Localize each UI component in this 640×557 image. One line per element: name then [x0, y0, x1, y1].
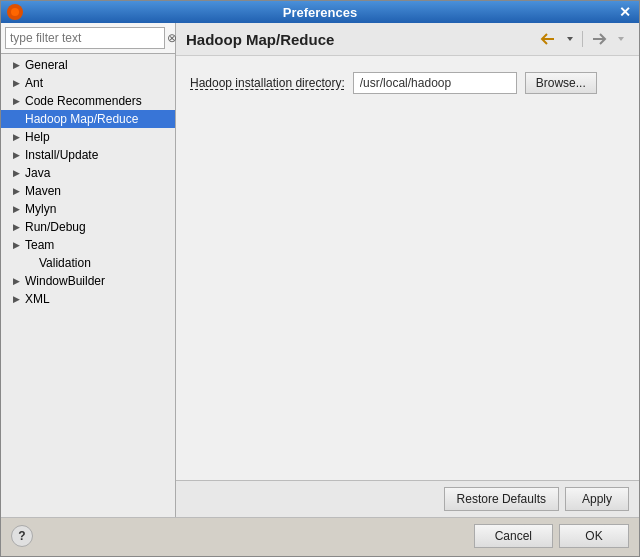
hadoop-dir-input[interactable] — [353, 72, 517, 94]
back-button[interactable] — [536, 29, 560, 49]
expand-arrow-icon: ▶ — [9, 274, 23, 288]
sidebar-item-validation[interactable]: Validation — [1, 254, 175, 272]
left-panel: ⊗ ▶ General ▶ Ant ▶ Code Recommenders Ha… — [1, 23, 176, 517]
sidebar-item-label: Install/Update — [25, 148, 98, 162]
filter-bar: ⊗ — [1, 23, 175, 54]
expand-arrow-icon: ▶ — [9, 76, 23, 90]
sidebar-item-install-update[interactable]: ▶ Install/Update — [1, 146, 175, 164]
forward-button[interactable] — [587, 29, 611, 49]
sidebar-item-label: Mylyn — [25, 202, 56, 216]
preferences-window: Preferences ✕ ⊗ ▶ General ▶ Ant ▶ — [0, 0, 640, 557]
page-title: Hadoop Map/Reduce — [186, 31, 334, 48]
title-bar: Preferences ✕ — [1, 1, 639, 23]
sidebar-item-hadoop-map-reduce[interactable]: Hadoop Map/Reduce — [1, 110, 175, 128]
cancel-button[interactable]: Cancel — [474, 524, 553, 548]
expand-arrow-icon: ▶ — [9, 184, 23, 198]
sidebar-item-label: Validation — [39, 256, 91, 270]
sidebar-item-label: Help — [25, 130, 50, 144]
expand-arrow-icon: ▶ — [9, 58, 23, 72]
sidebar-item-window-builder[interactable]: ▶ WindowBuilder — [1, 272, 175, 290]
sidebar-item-label: Team — [25, 238, 54, 252]
sidebar-item-label: Java — [25, 166, 50, 180]
hadoop-dir-label: Hadoop installation directory: — [190, 76, 345, 90]
expand-arrow-icon: ▶ — [9, 94, 23, 108]
form-row: Hadoop installation directory: Browse... — [190, 72, 625, 94]
tree-list: ▶ General ▶ Ant ▶ Code Recommenders Hado… — [1, 54, 175, 517]
sidebar-item-label: Code Recommenders — [25, 94, 142, 108]
restore-defaults-button[interactable]: Restore Defaults — [444, 487, 559, 511]
expand-arrow-icon: ▶ — [9, 202, 23, 216]
sidebar-item-code-recommenders[interactable]: ▶ Code Recommenders — [1, 92, 175, 110]
expand-arrow-icon: ▶ — [9, 166, 23, 180]
expand-arrow-icon: ▶ — [9, 130, 23, 144]
browse-button[interactable]: Browse... — [525, 72, 597, 94]
sidebar-item-label: General — [25, 58, 68, 72]
sidebar-item-label: WindowBuilder — [25, 274, 105, 288]
svg-point-0 — [11, 8, 19, 16]
sidebar-item-label: XML — [25, 292, 50, 306]
ok-button[interactable]: OK — [559, 524, 629, 548]
expand-arrow-icon: ▶ — [9, 238, 23, 252]
sidebar-item-xml[interactable]: ▶ XML — [1, 290, 175, 308]
sidebar-item-general[interactable]: ▶ General — [1, 56, 175, 74]
sidebar-item-ant[interactable]: ▶ Ant — [1, 74, 175, 92]
sidebar-item-label: Run/Debug — [25, 220, 86, 234]
expand-arrow-icon — [9, 112, 23, 126]
help-button[interactable]: ? — [11, 525, 33, 547]
forward-dropdown-button[interactable] — [613, 32, 629, 46]
expand-arrow-icon: ▶ — [9, 148, 23, 162]
back-dropdown-button[interactable] — [562, 32, 578, 46]
bottom-action-bar: Restore Defaults Apply — [176, 480, 639, 517]
right-panel: Hadoop Map/Reduce — [176, 23, 639, 517]
expand-arrow-icon: ▶ — [9, 292, 23, 306]
sidebar-item-label: Maven — [25, 184, 61, 198]
svg-marker-2 — [567, 37, 573, 41]
window-title: Preferences — [23, 5, 617, 20]
sidebar-item-help[interactable]: ▶ Help — [1, 128, 175, 146]
apply-button[interactable]: Apply — [565, 487, 629, 511]
expand-arrow-icon — [23, 256, 37, 270]
right-header: Hadoop Map/Reduce — [176, 23, 639, 56]
toolbar-separator — [582, 31, 583, 47]
svg-marker-4 — [618, 37, 624, 41]
sidebar-item-maven[interactable]: ▶ Maven — [1, 182, 175, 200]
sidebar-item-label: Ant — [25, 76, 43, 90]
sidebar-item-java[interactable]: ▶ Java — [1, 164, 175, 182]
right-body: Hadoop installation directory: Browse... — [176, 56, 639, 480]
sidebar-item-team[interactable]: ▶ Team — [1, 236, 175, 254]
main-content: ⊗ ▶ General ▶ Ant ▶ Code Recommenders Ha… — [1, 23, 639, 517]
dialog-buttons: ? Cancel OK — [1, 517, 639, 556]
header-toolbar — [536, 29, 629, 49]
app-icon — [7, 4, 23, 20]
close-button[interactable]: ✕ — [617, 4, 633, 20]
expand-arrow-icon: ▶ — [9, 220, 23, 234]
sidebar-item-mylyn[interactable]: ▶ Mylyn — [1, 200, 175, 218]
search-input[interactable] — [5, 27, 165, 49]
sidebar-item-label: Hadoop Map/Reduce — [25, 112, 138, 126]
sidebar-item-run-debug[interactable]: ▶ Run/Debug — [1, 218, 175, 236]
final-right-buttons: Cancel OK — [474, 524, 629, 548]
